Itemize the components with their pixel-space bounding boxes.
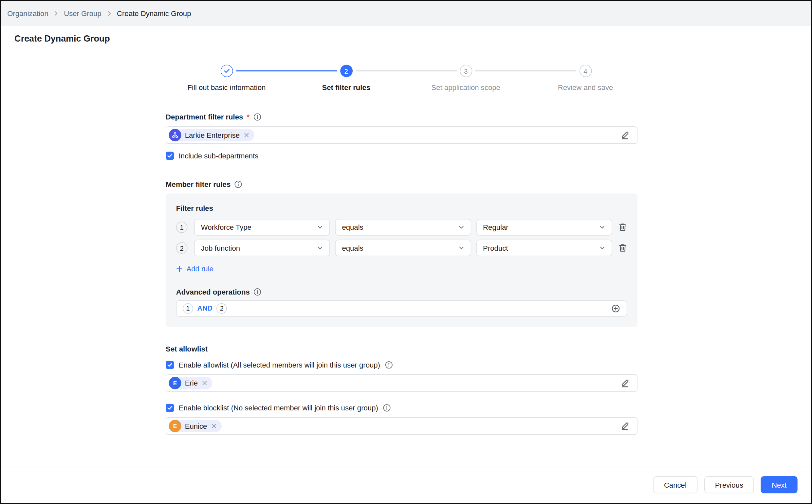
chevron-down-icon — [458, 245, 464, 251]
enable-allowlist-label: Enable allowlist (All selected members w… — [179, 361, 380, 369]
breadcrumb-user-group[interactable]: User Group — [64, 9, 101, 17]
allowlist-member-tag: E Erie — [169, 377, 212, 389]
rule-1-field-value: Workforce Type — [201, 223, 251, 231]
rule-1-index: 1 — [176, 222, 188, 233]
step-1-check-circle — [220, 65, 233, 77]
info-icon[interactable] — [385, 361, 393, 369]
include-sub-departments-row: Include sub-departments — [166, 152, 638, 160]
avatar: E — [169, 377, 181, 389]
set-allowlist-heading: Set allowlist — [166, 345, 638, 353]
title-bar: Create Dynamic Group — [1, 26, 811, 52]
include-sub-departments-checkbox[interactable] — [166, 152, 174, 160]
rule-1-value-select[interactable]: Regular — [477, 219, 612, 236]
create-dynamic-group-window: Organization User Group Create Dynamic G… — [0, 0, 812, 504]
info-icon[interactable] — [253, 288, 262, 296]
remove-tag-icon[interactable] — [243, 132, 249, 138]
filter-rule-row-1: 1 Workforce Type equals Regular — [176, 219, 627, 236]
advanced-operations-text: Advanced operations — [176, 288, 250, 296]
chevron-down-icon — [317, 245, 323, 251]
step-review-and-save: 4 Review and save — [526, 65, 645, 92]
include-sub-departments-label: Include sub-departments — [179, 152, 259, 160]
cancel-button[interactable]: Cancel — [653, 476, 697, 493]
chevron-right-icon — [53, 10, 59, 17]
wizard-stepper: Fill out basic information 2 Set filter … — [167, 65, 645, 92]
step-set-filter-rules[interactable]: 2 Set filter rules — [286, 65, 406, 92]
wizard-footer: Cancel Previous Next — [1, 466, 811, 503]
add-rule-button[interactable]: Add rule — [176, 264, 213, 273]
step-2-number-circle: 2 — [340, 65, 352, 77]
enable-blocklist-checkbox[interactable] — [166, 404, 174, 412]
blocklist-member-input[interactable]: E Eunice — [166, 417, 638, 435]
rule-2-operator-select[interactable]: equals — [335, 240, 471, 256]
department-tag: Larkie Enterprise — [169, 129, 254, 141]
filter-rules-form: Department filter rules* Larkie Enterpri… — [166, 113, 638, 435]
delete-rule-icon[interactable] — [618, 243, 627, 252]
member-filter-rules-label: Member filter rules — [166, 180, 638, 188]
step-4-label: Review and save — [558, 83, 613, 92]
rule-2-field-select[interactable]: Job function — [194, 240, 330, 256]
breadcrumb-current: Create Dynamic Group — [117, 9, 191, 17]
breadcrumb: Organization User Group Create Dynamic G… — [1, 1, 811, 26]
edit-pencil-icon[interactable] — [621, 421, 630, 430]
page-title: Create Dynamic Group — [14, 34, 110, 44]
chevron-down-icon — [458, 224, 464, 230]
advanced-operations-label: Advanced operations — [176, 288, 627, 296]
allowlist-member-input[interactable]: E Erie — [166, 374, 638, 392]
step-2-label: Set filter rules — [322, 83, 370, 92]
blocklist-member-tag: E Eunice — [169, 420, 222, 432]
edit-pencil-icon[interactable] — [621, 131, 630, 140]
rule-2-index: 2 — [176, 242, 188, 254]
previous-button[interactable]: Previous — [704, 476, 754, 493]
department-selector-input[interactable]: Larkie Enterprise — [166, 126, 638, 144]
enable-allowlist-checkbox[interactable] — [166, 361, 174, 369]
step-set-application-scope: 3 Set application scope — [406, 65, 526, 92]
department-tag-name: Larkie Enterprise — [185, 131, 240, 139]
and-operator[interactable]: AND — [197, 304, 212, 312]
department-filter-rules-text: Department filter rules — [166, 113, 243, 121]
blocklist-member-name: Eunice — [185, 422, 207, 430]
step-1-label: Fill out basic information — [188, 83, 266, 92]
operand-2-chip: 2 — [217, 303, 227, 314]
info-icon[interactable] — [253, 113, 261, 121]
allowlist-member-name: Erie — [185, 379, 198, 387]
chevron-down-icon — [599, 245, 605, 251]
rule-1-field-select[interactable]: Workforce Type — [194, 219, 330, 236]
plus-icon — [176, 265, 183, 272]
next-button[interactable]: Next — [761, 476, 798, 493]
operand-1-chip: 1 — [183, 303, 193, 314]
add-rule-label: Add rule — [186, 264, 213, 273]
check-icon — [223, 68, 229, 74]
add-operation-icon[interactable] — [611, 304, 620, 313]
chevron-down-icon — [599, 224, 605, 230]
step-3-number-circle: 3 — [460, 65, 472, 77]
avatar: E — [169, 420, 181, 432]
member-filter-rules-text: Member filter rules — [166, 180, 230, 188]
step-4-number-circle: 4 — [579, 65, 592, 77]
advanced-operations-expression: 1 AND 2 — [176, 300, 627, 317]
filter-rule-row-2: 2 Job function equals Product — [176, 240, 627, 256]
chevron-down-icon — [317, 224, 323, 230]
rule-2-value-select[interactable]: Product — [477, 240, 612, 256]
rule-1-operator-value: equals — [342, 223, 363, 231]
rule-2-field-value: Job function — [201, 244, 240, 252]
breadcrumb-organization[interactable]: Organization — [7, 9, 48, 17]
edit-pencil-icon[interactable] — [621, 378, 630, 387]
enable-blocklist-label: Enable blocklist (No selected member wil… — [179, 404, 378, 412]
rule-2-value: Product — [483, 244, 508, 252]
info-icon[interactable] — [383, 404, 391, 412]
filter-rules-panel: Filter rules 1 Workforce Type equals Re — [166, 194, 638, 327]
info-icon[interactable] — [234, 180, 242, 188]
enable-allowlist-row: Enable allowlist (All selected members w… — [166, 361, 638, 369]
step-3-label: Set application scope — [431, 83, 500, 92]
delete-rule-icon[interactable] — [618, 223, 627, 232]
org-structure-icon — [169, 129, 181, 141]
rule-1-operator-select[interactable]: equals — [335, 219, 471, 236]
rule-1-value: Regular — [483, 223, 509, 231]
step-basic-information[interactable]: Fill out basic information — [167, 65, 286, 92]
filter-rules-panel-title: Filter rules — [176, 204, 627, 212]
required-asterisk: * — [246, 113, 249, 121]
remove-tag-icon[interactable] — [201, 380, 207, 386]
remove-tag-icon[interactable] — [210, 423, 217, 429]
department-filter-rules-label: Department filter rules* — [166, 113, 638, 121]
rule-2-operator-value: equals — [342, 244, 363, 252]
